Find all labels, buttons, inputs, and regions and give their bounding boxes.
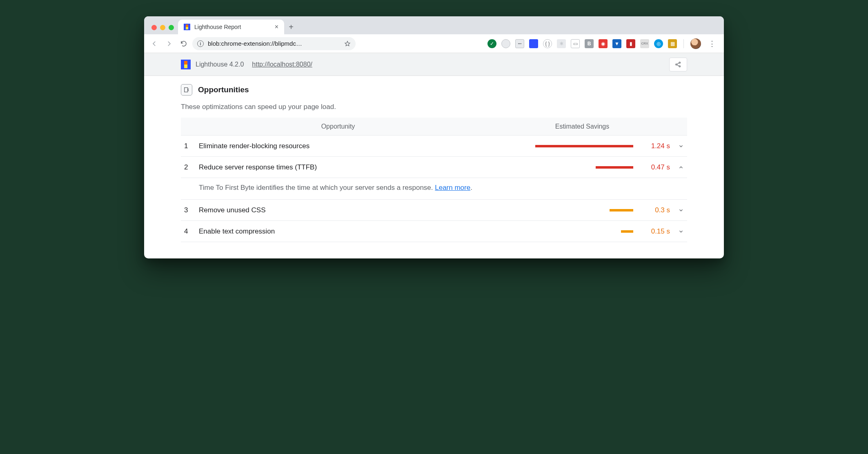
opportunity-name: Remove unused CSS	[199, 206, 477, 214]
opportunities-list: 1Eliminate render-blocking resources1.24…	[181, 136, 687, 242]
opportunity-index: 1	[181, 142, 199, 150]
arrow-right-icon	[165, 40, 173, 47]
chevron-down-icon[interactable]	[677, 143, 685, 149]
opportunity-name: Eliminate render-blocking resources	[199, 142, 477, 150]
opportunity-name: Reduce server response times (TTFB)	[199, 163, 477, 171]
savings-bar	[535, 145, 633, 147]
extension-icon[interactable]: ◎	[654, 39, 663, 48]
lighthouse-favicon-icon	[184, 24, 190, 30]
chrome-menu-button[interactable]: ⋮	[706, 39, 718, 48]
opportunity-savings: 1.24 s	[477, 142, 687, 150]
opportunities-table-header: Opportunity Estimated Savings	[181, 118, 687, 136]
site-info-icon[interactable]: i	[197, 40, 204, 47]
reload-button[interactable]	[178, 38, 190, 50]
opportunity-detail: Time To First Byte identifies the time a…	[181, 178, 687, 200]
extension-icon[interactable]: B	[585, 39, 594, 48]
extension-icon[interactable]: ▦	[668, 39, 677, 48]
chevron-down-icon[interactable]	[677, 207, 685, 213]
close-window-button[interactable]	[151, 25, 157, 30]
extension-icon[interactable]: ▭	[571, 39, 580, 48]
extension-icon[interactable]: ▼	[612, 39, 621, 48]
lighthouse-header: Lighthouse 4.2.0 http://localhost:8080/	[144, 53, 724, 76]
forward-button[interactable]	[163, 38, 175, 50]
savings-bar	[596, 166, 633, 169]
svg-point-1	[679, 62, 680, 63]
chevron-down-icon[interactable]	[677, 229, 685, 234]
savings-value: 0.3 s	[641, 206, 670, 214]
extension-icon[interactable]: •••	[515, 39, 524, 48]
report-body: Opportunities These optimizations can sp…	[144, 76, 724, 258]
svg-point-2	[679, 65, 680, 67]
toolbar-divider	[683, 39, 684, 48]
extension-icon[interactable]: CRX	[640, 39, 649, 48]
opportunity-savings: 0.15 s	[477, 227, 687, 236]
opportunity-index: 4	[181, 227, 199, 236]
section-description: These optimizations can speed up your pa…	[181, 103, 687, 111]
opportunity-row[interactable]: 1Eliminate render-blocking resources1.24…	[181, 136, 687, 157]
back-button[interactable]	[148, 38, 160, 50]
section-header: Opportunities	[181, 84, 687, 96]
share-icon	[674, 61, 682, 68]
browser-toolbar: i blob:chrome-extension://blipmdc… ✓ •••…	[144, 34, 724, 53]
opportunity-row[interactable]: 3Remove unused CSS0.3 s	[181, 200, 687, 221]
window-controls	[150, 25, 178, 34]
savings-value: 0.15 s	[641, 227, 670, 236]
opportunity-index: 3	[181, 206, 199, 214]
column-savings: Estimated Savings	[477, 123, 687, 130]
arrow-left-icon	[151, 40, 158, 47]
savings-bar	[610, 209, 633, 211]
section-title: Opportunities	[198, 85, 249, 94]
url-text: blob:chrome-extension://blipmdc…	[208, 40, 340, 47]
maximize-window-button[interactable]	[169, 25, 174, 30]
minimize-window-button[interactable]	[160, 25, 165, 30]
lighthouse-logo-icon	[181, 60, 191, 69]
extension-icon[interactable]: ▮	[626, 39, 635, 48]
bookmark-icon[interactable]	[344, 40, 351, 47]
tab-strip: Lighthouse Report × +	[144, 16, 724, 34]
tab-title: Lighthouse Report	[194, 24, 241, 30]
extension-icon[interactable]: ✓	[487, 39, 496, 48]
svg-point-0	[676, 64, 677, 65]
opportunities-icon	[181, 84, 192, 96]
extensions-row: ✓ ••• { } ⚛ ▭ B ◉ ▼ ▮ CRX ◎ ▦ ⋮	[363, 38, 720, 49]
extension-icon[interactable]: ⚛	[557, 39, 566, 48]
opportunity-savings: 0.47 s	[477, 163, 687, 171]
lighthouse-extension-icon[interactable]	[529, 39, 538, 48]
extension-icon[interactable]	[501, 39, 510, 48]
savings-bar	[621, 230, 633, 233]
browser-window: Lighthouse Report × + i blob:chrome-exte…	[144, 16, 724, 258]
learn-more-link[interactable]: Learn more	[435, 184, 470, 191]
share-button[interactable]	[669, 58, 687, 71]
new-tab-button[interactable]: +	[284, 22, 298, 34]
detail-text: Time To First Byte identifies the time a…	[199, 184, 435, 191]
opportunity-name: Enable text compression	[199, 227, 477, 236]
profile-avatar[interactable]	[690, 38, 701, 49]
opportunity-index: 2	[181, 163, 199, 171]
chevron-up-icon[interactable]	[677, 165, 685, 170]
address-bar[interactable]: i blob:chrome-extension://blipmdc…	[192, 37, 356, 50]
browser-tab[interactable]: Lighthouse Report ×	[178, 20, 284, 34]
tested-url-link[interactable]: http://localhost:8080/	[252, 61, 312, 68]
reload-icon	[180, 40, 187, 47]
opportunity-row[interactable]: 4Enable text compression0.15 s	[181, 221, 687, 242]
savings-value: 0.47 s	[641, 163, 670, 171]
lighthouse-version: Lighthouse 4.2.0	[196, 61, 244, 68]
opportunity-row[interactable]: 2Reduce server response times (TTFB)0.47…	[181, 157, 687, 178]
opportunity-savings: 0.3 s	[477, 206, 687, 214]
savings-value: 1.24 s	[641, 142, 670, 150]
extension-icon[interactable]: ◉	[599, 39, 608, 48]
column-opportunity: Opportunity	[199, 123, 477, 130]
extension-icon[interactable]: { }	[543, 39, 552, 48]
close-tab-icon[interactable]: ×	[275, 23, 278, 31]
